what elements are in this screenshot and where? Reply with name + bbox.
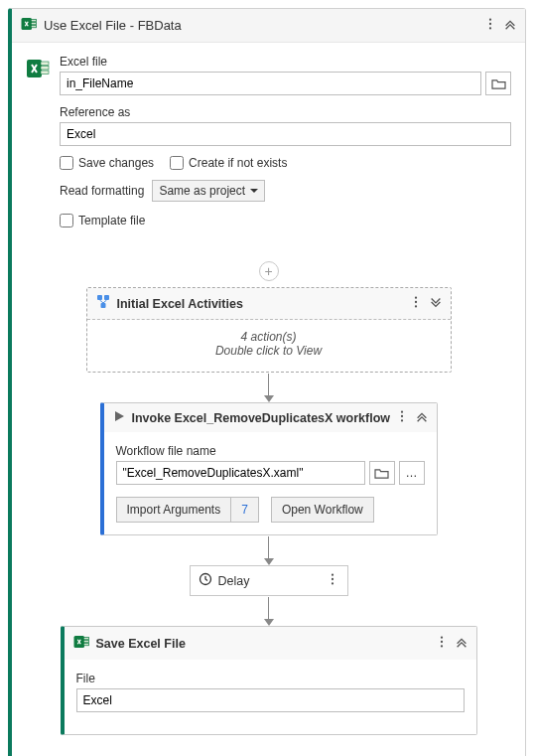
sequence-icon xyxy=(95,294,111,313)
browse-workflow-button[interactable] xyxy=(369,461,395,485)
save-excel-file-activity[interactable]: Save Excel File File xyxy=(61,626,477,735)
template-file-checkbox[interactable]: Template file xyxy=(60,214,511,227)
svg-rect-27 xyxy=(83,644,88,646)
svg-point-29 xyxy=(440,641,442,643)
svg-rect-1 xyxy=(31,20,36,22)
flow-connector xyxy=(264,596,274,626)
file-input[interactable] xyxy=(76,688,465,712)
save-changes-checkbox[interactable]: Save changes xyxy=(60,156,154,170)
double-click-hint: Double click to View xyxy=(87,344,451,358)
collapse-icon[interactable] xyxy=(455,635,468,652)
more-icon[interactable] xyxy=(483,17,497,34)
svg-point-16 xyxy=(414,305,416,307)
svg-rect-25 xyxy=(83,638,88,640)
delay-activity[interactable]: Delay xyxy=(190,565,348,596)
workflow-file-label: Workflow file name xyxy=(116,444,425,458)
collapsed-placeholder: 4 action(s) Double click to View xyxy=(87,320,451,372)
svg-point-18 xyxy=(400,415,402,417)
svg-rect-2 xyxy=(31,23,36,25)
play-icon xyxy=(112,409,126,426)
excel-icon xyxy=(20,15,38,36)
action-count-text: 4 action(s) xyxy=(87,330,451,344)
flow-connector xyxy=(264,535,274,565)
create-if-not-exists-checkbox[interactable]: Create if not exists xyxy=(170,156,287,170)
more-icon[interactable] xyxy=(326,572,339,589)
expand-icon[interactable] xyxy=(429,295,443,312)
excel-file-label: Excel file xyxy=(60,55,511,69)
activity-title: Use Excel File - FBData xyxy=(44,18,483,33)
template-file-check-input[interactable] xyxy=(60,214,73,227)
use-excel-file-activity: Use Excel File - FBData Excel file xyxy=(8,8,526,756)
read-formatting-dropdown[interactable]: Same as project xyxy=(152,180,265,202)
svg-rect-9 xyxy=(41,67,49,71)
create-if-not-exists-check-input[interactable] xyxy=(170,156,184,170)
svg-rect-10 xyxy=(41,71,49,75)
initial-activities-title: Initial Excel Activities xyxy=(117,297,409,311)
workflow-file-input[interactable] xyxy=(116,461,365,485)
browse-file-button[interactable] xyxy=(485,72,511,95)
open-workflow-button[interactable]: Open Workflow xyxy=(271,497,374,523)
reference-as-input[interactable] xyxy=(60,122,511,146)
svg-point-15 xyxy=(414,301,416,303)
save-changes-label: Save changes xyxy=(78,156,154,170)
svg-point-14 xyxy=(414,296,416,298)
svg-rect-8 xyxy=(41,62,49,66)
save-excel-title: Save Excel File xyxy=(96,637,435,651)
initial-excel-activities[interactable]: Initial Excel Activities 4 action(s) Dou… xyxy=(86,287,452,373)
template-file-label: Template file xyxy=(78,214,145,227)
excel-icon xyxy=(72,633,90,654)
svg-rect-11 xyxy=(97,295,102,300)
svg-point-30 xyxy=(440,645,442,647)
svg-point-6 xyxy=(489,27,491,29)
svg-point-5 xyxy=(489,23,491,25)
more-options-button[interactable]: … xyxy=(399,461,425,485)
svg-rect-26 xyxy=(83,641,88,643)
invoke-workflow-title: Invoke Excel_RemoveDuplicatesX workflow xyxy=(132,411,395,425)
activity-header: Use Excel File - FBData xyxy=(12,9,525,43)
import-arguments-label: Import Arguments xyxy=(117,498,231,522)
more-icon[interactable] xyxy=(435,635,449,652)
svg-point-23 xyxy=(331,582,333,584)
create-if-not-exists-label: Create if not exists xyxy=(189,156,287,170)
svg-point-4 xyxy=(489,18,491,20)
reference-as-label: Reference as xyxy=(60,105,511,119)
save-changes-check-input[interactable] xyxy=(60,156,73,170)
import-arguments-button[interactable]: Import Arguments 7 xyxy=(116,497,259,523)
invoke-workflow-activity[interactable]: Invoke Excel_RemoveDuplicatesX workflow … xyxy=(100,402,438,535)
add-activity-button[interactable]: + xyxy=(259,261,279,281)
svg-point-22 xyxy=(331,578,333,580)
read-formatting-value: Same as project xyxy=(159,184,245,198)
svg-rect-13 xyxy=(100,303,105,308)
svg-point-17 xyxy=(400,410,402,412)
svg-point-21 xyxy=(331,573,333,575)
collapse-icon[interactable] xyxy=(415,409,429,426)
excel-file-input[interactable] xyxy=(60,72,481,95)
read-formatting-label: Read formatting xyxy=(60,184,144,198)
more-icon[interactable] xyxy=(395,409,409,426)
delay-title: Delay xyxy=(218,574,326,588)
excel-icon xyxy=(26,57,50,227)
import-arguments-count: 7 xyxy=(230,498,258,522)
svg-point-28 xyxy=(440,636,442,638)
more-icon[interactable] xyxy=(409,295,423,312)
file-label: File xyxy=(76,672,465,685)
chevron-down-icon xyxy=(250,184,258,198)
svg-point-19 xyxy=(400,419,402,421)
collapse-icon[interactable] xyxy=(503,17,517,34)
svg-rect-12 xyxy=(104,295,109,300)
clock-icon xyxy=(199,572,212,589)
svg-rect-3 xyxy=(31,26,36,28)
open-workflow-label: Open Workflow xyxy=(282,503,363,517)
flow-connector xyxy=(264,373,274,402)
